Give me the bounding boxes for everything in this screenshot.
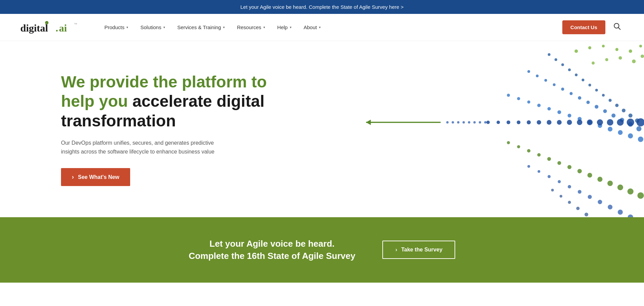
svg-point-103	[576, 207, 580, 210]
svg-point-94	[578, 190, 582, 194]
svg-point-71	[607, 119, 613, 126]
svg-point-44	[637, 126, 642, 131]
svg-point-21	[575, 74, 578, 76]
svg-point-83	[587, 173, 592, 178]
svg-line-6	[619, 27, 621, 29]
svg-point-101	[560, 195, 562, 198]
svg-point-39	[595, 105, 599, 109]
svg-point-72	[617, 119, 624, 126]
svg-point-42	[620, 118, 624, 122]
svg-point-43	[628, 122, 633, 127]
svg-point-58	[638, 137, 643, 142]
svg-point-11	[457, 121, 460, 124]
svg-text:digital: digital	[20, 22, 48, 34]
svg-text:.: .	[56, 22, 58, 34]
top-banner: Let your Agile voice be heard. Complete …	[0, 0, 644, 14]
svg-point-16	[484, 121, 487, 124]
svg-point-70	[597, 119, 603, 125]
svg-point-107	[602, 45, 605, 47]
svg-point-89	[527, 165, 530, 168]
svg-point-115	[641, 55, 644, 58]
svg-point-45	[507, 94, 510, 97]
chevron-down-icon: ▾	[290, 25, 291, 29]
svg-point-10	[452, 121, 454, 124]
svg-point-69	[587, 120, 593, 125]
svg-point-114	[632, 60, 636, 63]
svg-point-113	[619, 56, 622, 60]
svg-point-110	[639, 45, 642, 47]
survey-text: Let your Agile voice be heard. Complete …	[189, 238, 356, 262]
main-nav: Products ▾ Solutions ▾ Services & Traini…	[98, 15, 562, 40]
svg-point-84	[598, 177, 603, 182]
see-whats-new-button[interactable]: › See What's New	[61, 168, 130, 186]
svg-point-86	[618, 185, 623, 190]
nav-item-help[interactable]: Help ▾	[271, 15, 298, 40]
svg-point-52	[578, 117, 582, 121]
svg-point-93	[568, 185, 571, 188]
svg-point-20	[568, 68, 571, 71]
svg-point-99	[628, 215, 633, 217]
svg-point-64	[537, 120, 541, 125]
nav-item-products[interactable]: Products ▾	[98, 15, 134, 40]
take-survey-button[interactable]: › Take the Survey	[382, 241, 455, 259]
survey-banner: Let your Agile voice be heard. Complete …	[0, 217, 644, 283]
svg-point-77	[527, 149, 530, 152]
logo[interactable]: digital . ai ™	[20, 20, 78, 35]
chevron-down-icon: ▾	[223, 25, 225, 29]
search-icon[interactable]	[611, 20, 624, 35]
svg-point-31	[527, 70, 530, 73]
svg-point-14	[474, 121, 476, 124]
svg-point-23	[588, 84, 591, 86]
svg-point-13	[468, 121, 470, 124]
svg-point-85	[607, 181, 613, 186]
svg-point-106	[588, 46, 591, 49]
svg-point-100	[551, 189, 554, 191]
svg-point-15	[479, 121, 481, 124]
nav-item-resources[interactable]: Resources ▾	[231, 15, 271, 40]
svg-point-73	[627, 119, 634, 126]
svg-point-25	[602, 94, 605, 97]
svg-point-36	[570, 92, 573, 95]
svg-marker-8	[366, 120, 371, 125]
svg-point-95	[588, 195, 592, 199]
top-banner-text[interactable]: Let your Agile voice be heard. Complete …	[240, 4, 404, 10]
svg-point-48	[537, 104, 541, 107]
svg-point-51	[568, 114, 571, 118]
svg-point-92	[558, 180, 561, 183]
svg-point-49	[547, 107, 551, 110]
svg-text:™: ™	[74, 22, 77, 26]
svg-point-27	[615, 104, 619, 107]
svg-point-112	[605, 58, 608, 61]
svg-point-19	[561, 63, 564, 66]
svg-point-53	[588, 120, 592, 124]
svg-point-87	[627, 188, 633, 195]
svg-point-98	[618, 210, 623, 215]
svg-point-50	[558, 110, 561, 114]
svg-point-75	[507, 141, 510, 144]
hero-content: We provide the platform to help you acce…	[61, 72, 281, 186]
svg-point-96	[598, 200, 602, 204]
svg-point-28	[622, 109, 626, 113]
chevron-down-icon: ▾	[126, 25, 128, 29]
hero-visual-decoration	[339, 41, 644, 217]
svg-point-22	[582, 79, 584, 81]
svg-point-80	[558, 161, 561, 165]
header: digital . ai ™ Products ▾ Solutions ▾ Se…	[0, 14, 644, 41]
logo-image: digital . ai ™	[20, 20, 78, 35]
arrow-right-icon: ›	[395, 247, 397, 253]
svg-point-88	[638, 192, 644, 199]
svg-point-26	[609, 99, 612, 102]
nav-item-services-training[interactable]: Services & Training ▾	[171, 15, 231, 40]
nav-item-about[interactable]: About ▾	[298, 15, 327, 40]
svg-point-104	[585, 213, 588, 217]
nav-item-solutions[interactable]: Solutions ▾	[134, 15, 171, 40]
svg-point-66	[557, 120, 562, 125]
svg-point-12	[463, 121, 465, 124]
svg-point-35	[561, 88, 564, 91]
arrow-right-icon: ›	[72, 174, 74, 181]
svg-point-97	[608, 205, 612, 209]
svg-point-90	[538, 170, 540, 173]
contact-us-button[interactable]: Contact Us	[562, 20, 605, 34]
svg-point-18	[555, 58, 557, 61]
svg-point-108	[616, 48, 619, 51]
